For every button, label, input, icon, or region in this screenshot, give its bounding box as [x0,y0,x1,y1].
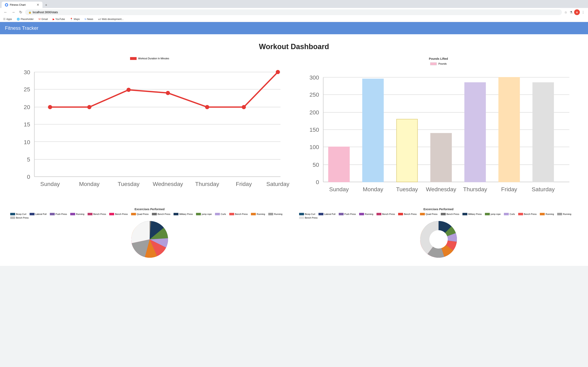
bar-tuesday [397,119,417,182]
youtube-icon: ▶ [53,18,54,21]
right-legend-label-10: Curls [510,213,515,215]
left-legend-color-12 [251,213,256,215]
bookmark-placeholder[interactable]: 🌐 Placeholder [16,17,34,21]
svg-text:Saturday: Saturday [266,181,290,187]
refresh-button[interactable]: ↻ [18,9,24,15]
new-tab-button[interactable]: + [43,2,49,8]
svg-text:300: 300 [310,74,319,81]
left-legend-label-3: Running [76,213,84,215]
right-legend-color-4 [376,213,381,215]
left-legend-color-4 [87,213,93,215]
right-legend-item-0: Bicep Curl [299,213,315,215]
right-legend-item-1: Lateral Pull [319,213,336,215]
svg-text:250: 250 [310,91,319,98]
left-legend-color-11 [229,213,234,215]
left-pie-wrapper [8,221,291,258]
right-legend-color-6 [420,213,425,215]
charts-grid: Workout Duration In Minutes 0 5 10 15 [4,57,584,203]
right-legend-color-13 [557,213,562,215]
bar-friday [499,77,520,182]
forward-button[interactable]: → [10,9,16,15]
bar-legend-color [430,62,437,65]
svg-text:Monday: Monday [363,186,383,192]
svg-text:15: 15 [24,121,30,128]
profile-avatar[interactable]: A [574,9,580,15]
svg-text:Tuesday: Tuesday [118,181,140,187]
url-input[interactable] [33,11,559,14]
right-legend-item-11: Bench Press [518,213,536,215]
right-legend-item-3: Running [359,213,373,215]
bar-sunday [329,147,350,182]
bookmark-youtube[interactable]: ▶ YouTube [52,17,66,21]
left-legend-item-0: Bicep Curl [10,213,26,215]
left-legend-item-5: Bench Press [109,213,128,215]
svg-text:25: 25 [24,86,30,92]
svg-text:50: 50 [312,161,319,168]
right-legend-color-0 [299,213,304,215]
svg-text:0: 0 [316,179,319,185]
globe-icon: 🌐 [17,18,20,21]
bar-monday [363,79,384,182]
right-legend-color-8 [462,213,467,215]
left-legend-item-1: Lateral Pull [30,213,47,215]
right-legend-color-3 [359,213,364,215]
left-legend-item-12: Running [251,213,265,215]
bar-legend-label: Pounds [438,62,447,65]
left-legend-color-5 [109,213,114,215]
bookmarks-bar: ☷ Apps 🌐 Placeholder M Gmail ▶ YouTube 📍… [0,17,588,22]
right-legend-label-9: jump rope [491,213,501,215]
left-legend-item-11: Bench Press [229,213,248,215]
left-legend-item-3: Running [70,213,84,215]
left-legend-item-4: Bench Press [87,213,106,215]
svg-text:0: 0 [27,174,30,180]
app-header-title: Fitness Tracker [5,25,583,31]
main-content: Workout Dashboard Workout Duration In Mi… [0,34,588,266]
right-legend-color-10 [504,213,509,215]
right-legend-label-6: Quad Press [426,213,438,215]
webdev-icon: w3 [98,18,101,20]
menu-button[interactable]: ⋮ [581,9,586,15]
left-legend-label-11: Bench Press [235,213,248,215]
tab-favicon [5,3,8,7]
left-pie-legend: Bicep Curl Lateral Pull Push Press Runni… [8,213,291,219]
right-legend-color-9 [485,213,490,215]
data-point-friday [242,105,246,109]
bookmark-webdev[interactable]: w3 Web development... [97,17,125,21]
left-legend-color-14 [10,217,15,219]
svg-text:30: 30 [24,69,30,75]
left-legend-label-9: jump rope [202,213,212,215]
bookmark-apps[interactable]: ☷ Apps [2,17,13,21]
pie-charts-row: Excercises Performed Bicep Curl Lateral … [4,203,584,262]
dashboard-title: Workout Dashboard [4,42,584,51]
right-legend-label-11: Bench Press [524,213,536,215]
address-bar[interactable]: 🔒 [25,9,562,15]
bookmark-star-button[interactable]: ☆ [563,9,568,15]
bookmark-news[interactable]: N News [84,17,94,21]
svg-text:Thursday: Thursday [195,181,219,187]
right-legend-color-2 [339,213,344,215]
bookmark-gmail[interactable]: M Gmail [38,17,49,21]
left-legend-color-0 [10,213,15,215]
right-pie-wrapper [297,221,580,258]
right-legend-item-10: Curls [504,213,515,215]
right-pie-title: Excercises Performed [297,208,580,211]
svg-text:Wednesday: Wednesday [426,186,456,192]
left-legend-label-5: Bench Press [115,213,128,215]
right-legend-color-7 [441,213,446,215]
extensions-button[interactable]: ⚗ [569,9,573,15]
left-legend-color-9 [196,213,201,215]
active-tab[interactable]: Fitness Chart ✕ [2,2,43,8]
bookmark-maps[interactable]: 📍 Maps [69,17,80,21]
left-legend-label-1: Lateral Pull [35,213,47,215]
data-point-wednesday [166,91,170,95]
svg-text:Friday: Friday [501,186,517,192]
tab-close-button[interactable]: ✕ [36,3,39,7]
right-legend-color-1 [319,213,323,215]
line-legend-color [130,57,137,60]
bar-chart-title: Pounds Lifted [297,57,580,60]
right-legend-label-2: Push Press [345,213,356,215]
left-legend-label-2: Push Press [56,213,67,215]
back-button[interactable]: ← [2,9,9,15]
bar-saturday [533,83,554,182]
bar-thursday [465,83,486,182]
